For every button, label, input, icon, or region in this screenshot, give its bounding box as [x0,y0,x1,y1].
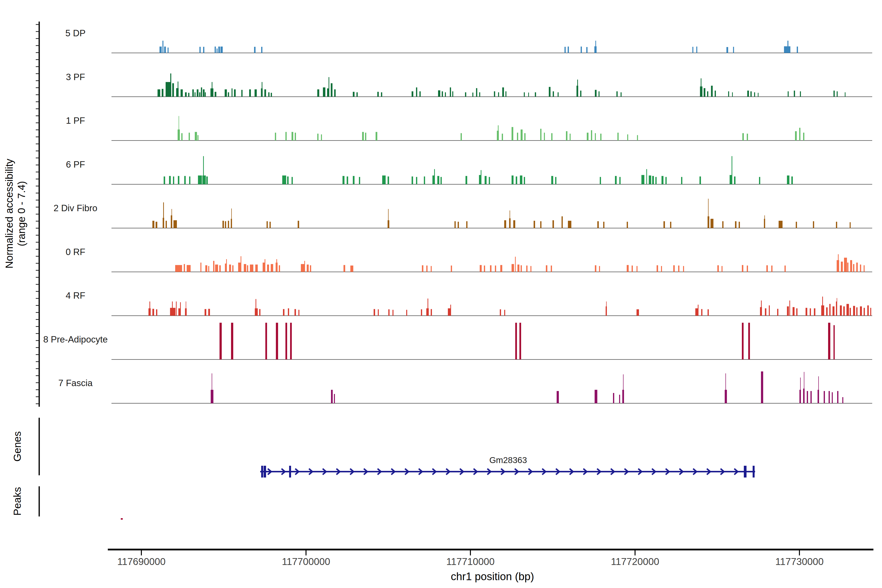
x-tick-117730000: 117730000 [775,556,824,567]
track-label-7-fascia: 7 Fascia [58,378,93,388]
gene-model-gm28363 [260,466,755,477]
track-label-1-pf: 1 PF [66,116,85,126]
track-label-8-pre-adipocyte: 8 Pre-Adipocyte [43,334,108,345]
gene-name-label: Gm28363 [489,455,527,465]
accessibility-tracks-plot: 5 DP 3 PF 1 PF 6 PF 2 Div Fibro 0 RF 4 R… [0,0,882,588]
track-label-0-rf: 0 RF [66,247,85,257]
peaks-track [121,518,123,520]
peaks-section-label: Peaks [12,487,23,516]
x-tick-117690000: 117690000 [117,556,165,567]
x-tick-117700000: 117700000 [282,556,330,567]
genes-section-label: Genes [12,431,23,462]
y-axis-title-line2: (range 0 - 7.4) [16,181,27,246]
x-axis-title: chr1 position (bp) [451,570,534,582]
x-axis [108,549,873,555]
y-axis-title-line1: Normalized accessibility [3,159,15,268]
track-label-3-pf: 3 PF [66,72,85,82]
x-tick-117710000: 117710000 [446,556,494,567]
track-label-5-dp: 5 DP [65,28,86,38]
y-axis [36,21,39,516]
track-coverage-bars [148,40,871,403]
track-label-6-pf: 6 PF [66,159,85,170]
track-label-2-div-fibro: 2 Div Fibro [54,203,98,213]
genome-browser-figure: 5 DP 3 PF 1 PF 6 PF 2 Div Fibro 0 RF 4 R… [0,0,882,588]
x-tick-117720000: 117720000 [611,556,659,567]
track-label-4-rf: 4 RF [66,291,85,301]
